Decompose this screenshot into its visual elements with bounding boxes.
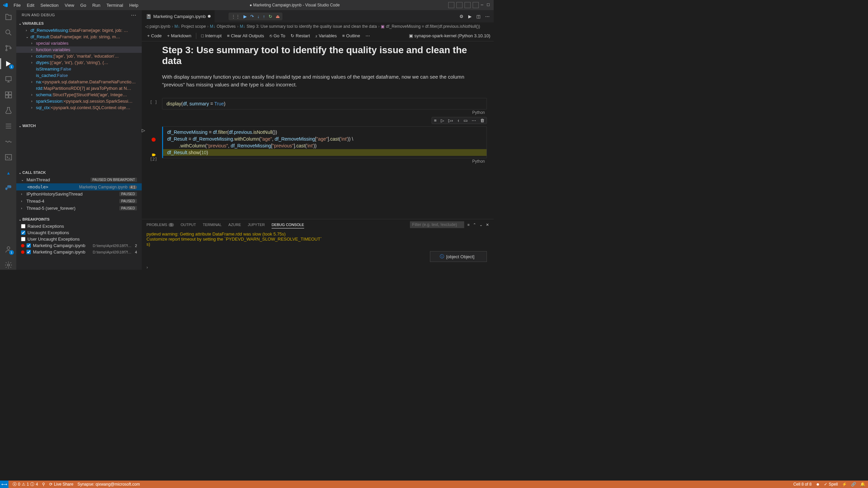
wave-icon[interactable] (4, 137, 13, 146)
variables-section-header[interactable]: ⌄VARIABLES (16, 20, 142, 27)
bp-uncaught[interactable]: Uncaught Exceptions (16, 229, 142, 236)
azure-icon[interactable]: ▲ (4, 168, 13, 178)
debug-console-input[interactable]: › (142, 265, 494, 270)
code-cell-1[interactable]: display(df, summary = True) Python [ ] (162, 98, 487, 116)
run-by-line-icon[interactable]: ≡ (434, 118, 437, 123)
var-function[interactable]: ›function variables (16, 46, 142, 53)
goto-button[interactable]: ⎋ Go To (268, 33, 287, 39)
tab-jupyter[interactable]: JUPYTER (248, 221, 265, 228)
step-into-icon[interactable]: ↓ (257, 14, 260, 19)
toggle-panel-icon[interactable] (448, 2, 454, 8)
bp-raised[interactable]: Raised Exceptions (16, 223, 142, 229)
maximize-icon[interactable]: □ (487, 2, 491, 8)
breakpoint-gutter[interactable] (152, 129, 156, 158)
outline-button[interactable]: ≡ Outline (340, 33, 362, 39)
console-icon[interactable] (4, 152, 13, 162)
bp-file-1[interactable]: Marketing Campaign.ipynbD:\temp\April26\… (16, 242, 142, 249)
var-schema[interactable]: ›schema: StructType([StructField('age', … (16, 92, 142, 98)
filter-icon[interactable]: ≡ (468, 223, 470, 227)
var-rdd[interactable]: rdd: MapPartitionsRDD[7] at javaToPython… (16, 85, 142, 92)
minimize-icon[interactable]: – (481, 2, 485, 8)
cell-language[interactable]: Python (162, 109, 487, 116)
split-icon[interactable] (465, 2, 471, 8)
toggle-sidebar-icon[interactable] (456, 2, 462, 8)
bc-scope[interactable]: Project scope (181, 24, 206, 29)
run-debug-icon[interactable]: 1 (4, 59, 13, 68)
explorer-icon[interactable] (4, 12, 13, 22)
tab-azure[interactable]: AZURE (229, 221, 241, 228)
callstack-section-header[interactable]: ⌄CALL STACK (16, 169, 142, 176)
add-markdown-button[interactable]: + Markdown (165, 33, 194, 39)
tab-problems[interactable]: PROBLEMS5 (146, 221, 174, 228)
disconnect-icon[interactable]: ⏏ (276, 14, 280, 19)
tab-output[interactable]: OUTPUT (181, 221, 196, 228)
bc-code[interactable]: df_RemoveMissing = df.filter(df.previous… (386, 24, 480, 29)
bc-file[interactable]: paign.ipynb (150, 24, 170, 29)
bc-step[interactable]: Step 3: Use summary tool to identify the… (246, 24, 377, 29)
collapse-icon[interactable]: ▭ (463, 118, 468, 123)
cell-language[interactable]: Python (162, 158, 487, 164)
thread-4[interactable]: ›Thread-4PAUSED (16, 198, 142, 205)
list-icon[interactable] (4, 121, 13, 131)
watch-section-header[interactable]: ⌄WATCH (16, 122, 142, 129)
run-cell-icon[interactable]: ▷ (142, 128, 145, 133)
kernel-picker[interactable]: ▣ synapse-spark-kernel (Python 3.10.10) (409, 33, 490, 38)
add-code-button[interactable]: + Code (145, 33, 164, 39)
more-actions-icon[interactable]: ⋯ (485, 14, 490, 19)
var-sqlctx[interactable]: ›sql_ctx: <pyspark.sql.context.SQLContex… (16, 104, 142, 111)
thread-ipython[interactable]: ›IPythonHistorySavingThreadPAUSED (16, 190, 142, 198)
settings-icon[interactable] (4, 260, 13, 270)
menu-run[interactable]: Run (90, 1, 103, 9)
source-control-icon[interactable] (4, 43, 13, 53)
maximize-panel-icon[interactable]: ⌄ (479, 223, 482, 227)
var-special[interactable]: ›special variables (16, 40, 142, 46)
bp-file-2[interactable]: Marketing Campaign.ipynbD:\temp\April26\… (16, 249, 142, 255)
collapse-panel-icon[interactable]: ⌃ (473, 223, 476, 227)
step-over-icon[interactable]: ↷ (250, 14, 254, 19)
cell-more-icon[interactable]: ⋯ (472, 118, 476, 123)
var-sparksession[interactable]: ›sparkSession: <pyspark.sql.session.Spar… (16, 98, 142, 104)
accounts-icon[interactable]: 1 (4, 245, 13, 254)
toolbar-more-icon[interactable]: ⋯ (363, 33, 372, 39)
notification-toast[interactable]: ⓘ [object Object] (430, 251, 487, 262)
bp-user-uncaught[interactable]: User Uncaught Exceptions (16, 236, 142, 242)
delete-cell-icon[interactable]: 🗑 (480, 118, 485, 123)
menu-file[interactable]: File (11, 1, 23, 9)
step-out-icon[interactable]: ↑ (263, 14, 265, 19)
var-df-result[interactable]: ⌄df_Result: DataFrame[age: int, job: str… (16, 34, 142, 40)
code-cell-2[interactable]: ≡ ▷ ▷› ⫞ ▭ ⋯ 🗑 ▷ df_RemoveMis (162, 126, 487, 164)
menu-selection[interactable]: Selection (38, 1, 61, 9)
thread-5[interactable]: ›Thread-5 (serve_forever)PAUSED (16, 205, 142, 212)
stack-frame-module[interactable]: <module> Marketing Campaign.ipynb4:1 (16, 183, 142, 190)
extensions-icon[interactable] (4, 90, 13, 100)
execute-cell-icon[interactable]: ▷ (441, 118, 444, 123)
menu-edit[interactable]: Edit (24, 1, 37, 9)
run-all-icon[interactable]: ▶ (468, 14, 472, 19)
menu-terminal[interactable]: Terminal (104, 1, 126, 9)
filter-input[interactable] (410, 221, 464, 228)
settings-cog-icon[interactable]: ⚙ (459, 14, 463, 19)
tab-terminal[interactable]: TERMINAL (203, 221, 222, 228)
continue-icon[interactable]: ▶ (243, 14, 247, 19)
drag-handle-icon[interactable]: ⋮⋮ (231, 14, 240, 19)
restart-button[interactable]: ↻ Restart (289, 33, 312, 39)
bc-objectives[interactable]: Objectives (217, 24, 236, 29)
var-df-removemissing[interactable]: ›df_RemoveMissing: DataFrame[age: bigint… (16, 27, 142, 34)
clear-outputs-button[interactable]: ≡ Clear All Outputs (225, 33, 266, 39)
debug-console-output[interactable]: pydevd warning: Getting attribute DataFr… (142, 230, 494, 265)
notebook-body[interactable]: Step 3: Use summary tool to identify the… (142, 41, 494, 219)
remote-explorer-icon[interactable] (4, 75, 13, 84)
menu-go[interactable]: Go (78, 1, 89, 9)
menu-view[interactable]: View (62, 1, 77, 9)
var-na[interactable]: ›na: <pyspark.sql.dataframe.DataFrameNaF… (16, 79, 142, 85)
variables-button[interactable]: 𝑥 Variables (313, 33, 339, 39)
execute-below-icon[interactable]: ▷› (448, 118, 453, 123)
layout-icon[interactable] (473, 2, 479, 8)
split-cell-icon[interactable]: ⫞ (457, 118, 459, 123)
var-iscached[interactable]: is_cached: False (16, 72, 142, 79)
markdown-cell[interactable]: Step 3: Use summary tool to identify the… (162, 45, 487, 88)
var-dtypes[interactable]: ›dtypes: [('age', 'int'), ('job', 'strin… (16, 59, 142, 66)
search-icon[interactable] (4, 28, 13, 37)
menu-help[interactable]: Help (126, 1, 141, 9)
var-columns[interactable]: ›columns: ['age', 'job', 'marital', 'edu… (16, 53, 142, 59)
